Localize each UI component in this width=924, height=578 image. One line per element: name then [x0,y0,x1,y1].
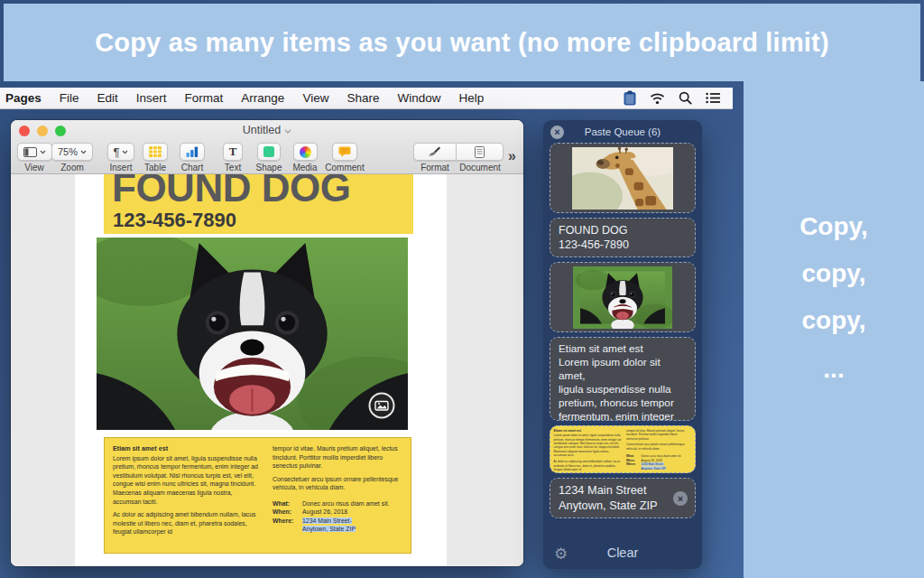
side-text-line: ... [744,355,924,384]
queue-item-text: fermentum, enim integer a… [559,410,687,421]
comment-label: Comment [325,163,364,172]
queue-item-text: Lorem ipsum dolor sit amet, [559,356,687,383]
queue-item-text: FOUND DOG [559,223,687,238]
queue-item-document-snippet[interactable]: Etiam sit amet est Lorem ipsum dolor sit… [550,425,696,473]
menu-pages[interactable]: Pages [0,91,51,105]
what-label: What: [273,499,302,508]
where-label: Where: [273,517,302,534]
poster-headline[interactable]: FOUND DOG [112,174,350,210]
format-button[interactable] [413,143,457,161]
queue-item-dog-photo[interactable] [550,262,696,332]
queue-item-giraffe[interactable] [550,143,696,213]
view-button[interactable] [17,143,52,161]
chart-icon [186,146,199,157]
info-paragraph: Consectetuer arcu ipsum ornare pellentes… [273,475,406,492]
chevron-down-icon [122,150,128,154]
remove-item-icon[interactable]: × [673,491,688,506]
side-text-line: Copy, [744,212,924,241]
what-value: Donec arcu risus diam amet sit. [302,499,390,508]
text-button[interactable]: T [223,143,244,161]
document-page[interactable]: FOUND DOG 123-456-7890 [75,174,447,566]
menu-file[interactable]: File [51,91,88,105]
mini-where-value2: Anytown, State ZIP [642,466,666,470]
poster-header-block[interactable]: FOUND DOG 123-456-7890 [104,174,413,234]
info-column-right[interactable]: tempor id vitae. Mauris pretium aliquet,… [273,444,406,534]
chevron-down-icon [80,150,87,154]
menu-edit[interactable]: Edit [88,91,127,105]
queue-item-text: Anytown, State ZIP [559,499,687,514]
search-icon[interactable] [679,91,692,105]
queue-item-text: pretium, rhoncus tempor [559,396,687,410]
media-icon [300,146,311,158]
menu-view[interactable]: View [293,91,337,105]
queue-item-etiam-text[interactable]: Etiam sit amet est Lorem ipsum dolor sit… [550,337,696,421]
queue-item-text: Etiam sit amet est [559,342,687,356]
toolbar-text: T Text [215,143,251,172]
shape-label: Shape [256,163,282,172]
mini-paragraph: Consectetuer arcu ipsum ornare pellentes… [626,443,689,451]
media-button[interactable] [293,143,318,161]
info-paragraph: Ac dolor ac adipiscing amet bibendum nul… [113,510,262,536]
menu-bar: Pages File Edit Insert Format Arrange Vi… [0,88,733,109]
menu-window[interactable]: Window [388,91,449,105]
wifi-icon[interactable] [650,92,665,105]
chart-label: Chart [181,163,203,172]
table-button[interactable] [143,143,168,161]
document-title: Untitled [243,124,281,136]
info-column-left[interactable]: Etiam sit amet est Lorem ipsum dolor sit… [113,444,262,541]
pages-window: Untitled View 75% Zoom [11,120,523,566]
format-label: Format [413,163,457,172]
toolbar-overflow-button[interactable]: » [508,148,516,164]
chevron-down-icon[interactable] [284,124,291,136]
toolbar-shape: Shape [251,143,287,172]
media-placeholder-badge[interactable] [368,392,395,419]
selected-text: Anytown, State ZIP [302,526,356,532]
info-heading: Etiam sit amet est [113,444,262,453]
toolbar-inspector-group: Format Document [413,143,504,172]
zoom-button[interactable]: 75% [51,143,93,161]
side-text-line: copy, [744,306,924,335]
clear-button[interactable]: Clear [543,545,702,560]
shape-icon [263,146,274,157]
poster-phone[interactable]: 123-456-7890 [113,209,236,232]
media-label: Media [292,163,317,172]
selected-text: 1234 Main Street- [302,517,352,524]
shape-button[interactable] [257,143,281,161]
window-title: Untitled [11,124,523,136]
menu-status-icons [624,90,733,106]
poster-dog-photo[interactable] [97,238,408,430]
view-icon [23,147,37,157]
info-details: What:Donec arcu risus diam amet sit. Whe… [273,499,406,534]
where-value[interactable]: 1234 Main Street-Anytown, State ZIP [302,517,356,534]
window-header: Untitled View 75% Zoom [11,120,523,174]
giraffe-thumbnail [572,147,673,210]
mini-where-value: 1234 Main Street- [642,462,664,466]
chart-button[interactable] [180,143,205,161]
clipboard-app-icon[interactable] [624,90,636,106]
zoom-value: 75% [58,146,78,157]
list-icon[interactable] [706,92,721,104]
mini-where-label: Where: [626,462,642,471]
toolbar-chart: Chart [174,143,210,172]
zoom-label: Zoom [60,163,84,172]
promo-screenshot: Copy as many items as you want (no more … [0,0,924,578]
view-label: View [24,163,44,172]
queue-item-address[interactable]: 1234 Main Street Anytown, State ZIP × [550,478,696,518]
menu-arrange[interactable]: Arrange [232,91,293,105]
comment-icon [338,146,351,157]
insert-button[interactable]: ¶ [107,143,135,161]
menu-insert[interactable]: Insert [127,91,176,105]
side-panel: Copy, copy, copy, ... [744,81,924,578]
menu-help[interactable]: Help [449,91,493,105]
queue-item-found-dog[interactable]: FOUND DOG 123-456-7890 [550,218,696,257]
comment-button[interactable] [332,143,357,161]
mini-heading: Etiam sit amet est [554,429,622,434]
when-value: August 26, 2018 [302,508,347,517]
menu-format[interactable]: Format [176,91,233,105]
menu-share[interactable]: Share [337,91,388,105]
document-button[interactable] [457,143,504,161]
document-snippet-thumbnail: Etiam sit amet est Lorem ipsum dolor sit… [550,426,695,472]
poster-info-block[interactable]: Etiam sit amet est Lorem ipsum dolor sit… [104,437,411,554]
text-icon: T [229,144,237,159]
info-paragraph: Lorem ipsum dolor sit amet, ligula suspe… [113,454,262,506]
